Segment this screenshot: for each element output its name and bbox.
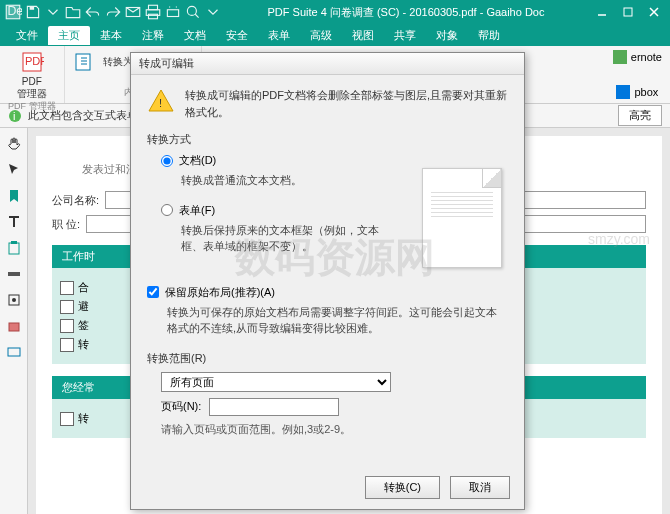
warning-text: 转换成可编辑的PDF文档将会删除全部标签与图层,且需要对其重新格式化。 — [185, 87, 508, 120]
pdf-manager-label: PDF 管理器 — [17, 76, 47, 100]
menu-share[interactable]: 共享 — [384, 26, 426, 45]
svg-rect-23 — [8, 348, 20, 356]
warning-icon: ! — [147, 87, 175, 115]
highlight-tool[interactable] — [4, 264, 24, 284]
bookmark-tool[interactable] — [4, 186, 24, 206]
radio-document-desc: 转换成普通流文本文档。 — [181, 172, 391, 189]
checkbox[interactable] — [60, 412, 74, 426]
menu-basic[interactable]: 基本 — [90, 26, 132, 45]
pdf-manager-button[interactable]: PDF PDF 管理器 — [17, 50, 47, 100]
cb-label: 转 — [78, 337, 89, 352]
titlebar: De PDF Suite 4 问卷调查 (SC) - 20160305.pdf … — [0, 0, 670, 24]
svg-text:PDF: PDF — [25, 55, 44, 67]
ribbon-group-right: ernote pbox — [605, 46, 670, 103]
checkbox[interactable] — [60, 319, 74, 333]
highlight-button[interactable]: 高亮 — [618, 105, 662, 126]
svg-rect-17 — [9, 243, 19, 254]
svg-rect-14 — [616, 85, 630, 99]
dropbox-label: pbox — [634, 86, 658, 98]
hand-tool[interactable] — [4, 134, 24, 154]
checkbox[interactable] — [60, 338, 74, 352]
keep-layout-desc: 转换为可保存的原始文档布局需要调整字符间距。这可能会引起文本格式的不连续,从而导… — [167, 304, 507, 337]
radio-form-desc: 转换后保持原来的文本框架（例如，文本框、表单域的框架不变）。 — [181, 222, 391, 255]
convert-dialog: 转成可编辑 ! 转换成可编辑的PDF文档将会删除全部标签与图层,且需要对其重新格… — [130, 52, 525, 510]
menu-form[interactable]: 表单 — [258, 26, 300, 45]
method-label: 转换方式 — [147, 132, 508, 147]
menu-help[interactable]: 帮助 — [468, 26, 510, 45]
pdf-manager-icon: PDF — [20, 50, 44, 74]
dialog-title: 转成可编辑 — [131, 53, 524, 75]
radio-document-input[interactable] — [161, 155, 173, 167]
menu-advanced[interactable]: 高级 — [300, 26, 342, 45]
range-label: 转换范围(R) — [147, 351, 508, 366]
dropbox-icon — [616, 85, 630, 99]
print-icon[interactable] — [144, 3, 162, 21]
svg-text:De: De — [7, 4, 22, 18]
checkbox[interactable] — [60, 300, 74, 314]
svg-rect-4 — [149, 5, 158, 10]
menu-file[interactable]: 文件 — [6, 26, 48, 45]
more-icon[interactable] — [204, 3, 222, 21]
company-label: 公司名称: — [52, 193, 99, 208]
svg-rect-18 — [11, 241, 17, 244]
convert-button[interactable]: 转换(C) — [365, 476, 440, 499]
svg-rect-9 — [624, 8, 632, 16]
maximize-button[interactable] — [616, 2, 640, 22]
clipboard-tool[interactable] — [4, 238, 24, 258]
svg-rect-13 — [613, 50, 627, 64]
stamp-tool[interactable] — [4, 290, 24, 310]
undo-icon[interactable] — [84, 3, 102, 21]
page-hint: 请输入页码或页面范围。例如,3或2-9。 — [161, 422, 508, 437]
mail-icon[interactable] — [124, 3, 142, 21]
dropdown-icon[interactable] — [44, 3, 62, 21]
dropbox-item[interactable]: pbox — [616, 85, 658, 99]
radio-document[interactable]: 文档(D) — [161, 153, 508, 168]
range-select[interactable]: 所有页面 — [161, 372, 391, 392]
select-tool[interactable] — [4, 160, 24, 180]
cb-label: 转 — [78, 411, 89, 426]
save-icon[interactable] — [24, 3, 42, 21]
menu-object[interactable]: 对象 — [426, 26, 468, 45]
dialog-footer: 转换(C) 取消 — [365, 476, 510, 499]
radio-form-input[interactable] — [161, 204, 173, 216]
attach-tool[interactable] — [4, 316, 24, 336]
search-icon[interactable] — [184, 3, 202, 21]
cb-label: 签 — [78, 318, 89, 333]
window-controls — [590, 2, 666, 22]
menu-security[interactable]: 安全 — [216, 26, 258, 45]
keep-layout-check[interactable]: 保留原始布局(推荐)(A) — [147, 285, 508, 300]
radio-form-label: 表单(F) — [179, 203, 215, 218]
app-icon[interactable]: De — [4, 3, 22, 21]
quick-access-toolbar: De — [4, 3, 222, 21]
info-icon: i — [8, 109, 22, 123]
redo-icon[interactable] — [104, 3, 122, 21]
svg-point-21 — [12, 298, 16, 302]
menu-document[interactable]: 文档 — [174, 26, 216, 45]
svg-text:i: i — [13, 110, 15, 122]
svg-rect-19 — [8, 272, 20, 276]
minimize-button[interactable] — [590, 2, 614, 22]
link-tool[interactable] — [4, 342, 24, 362]
open-icon[interactable] — [64, 3, 82, 21]
cb-label: 合 — [78, 280, 89, 295]
menu-home[interactable]: 主页 — [48, 26, 90, 45]
keep-layout-label: 保留原始布局(推荐)(A) — [165, 285, 275, 300]
svg-text:!: ! — [159, 97, 162, 109]
convert-icon — [73, 50, 97, 74]
evernote-label: ernote — [631, 51, 662, 63]
document-thumbnail — [422, 168, 502, 268]
ribbon-group-manager: PDF PDF 管理器 PDF 管理器 — [0, 46, 65, 103]
scan-icon[interactable] — [164, 3, 182, 21]
checkbox[interactable] — [60, 281, 74, 295]
page-number-input[interactable] — [209, 398, 339, 416]
menu-annotate[interactable]: 注释 — [132, 26, 174, 45]
text-tool[interactable] — [4, 212, 24, 232]
keep-layout-checkbox[interactable] — [147, 286, 159, 298]
menu-view[interactable]: 视图 — [342, 26, 384, 45]
svg-rect-12 — [76, 54, 90, 70]
cancel-button[interactable]: 取消 — [450, 476, 510, 499]
evernote-item[interactable]: ernote — [613, 50, 662, 64]
close-button[interactable] — [642, 2, 666, 22]
radio-document-label: 文档(D) — [179, 153, 216, 168]
dialog-body: ! 转换成可编辑的PDF文档将会删除全部标签与图层,且需要对其重新格式化。 转换… — [131, 75, 524, 445]
